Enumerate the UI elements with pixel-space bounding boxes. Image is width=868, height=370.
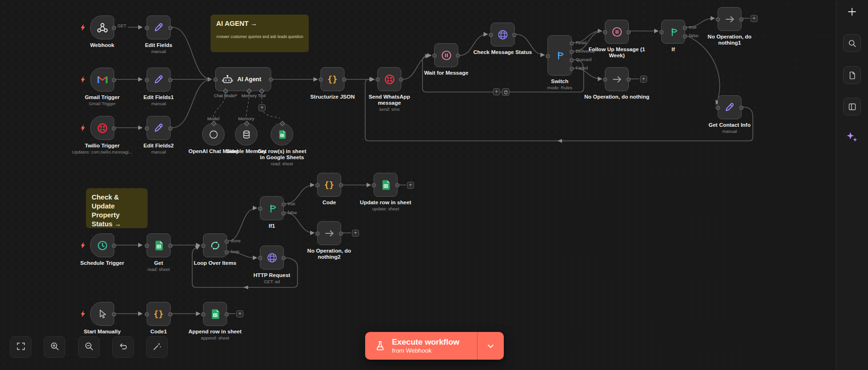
update-row-in-sheet-node[interactable] [374,173,398,197]
add-node-button[interactable]: + [493,88,500,95]
sticky-note[interactable]: AI AGENT →Answer customer queries and as… [211,15,309,52]
get-rows-in-sheet-node[interactable] [271,123,293,146]
no-operation-do-nothing-node[interactable] [605,67,629,91]
http-request-node[interactable] [260,246,284,270]
input-port[interactable] [213,77,218,82]
edit-fields1-node[interactable] [147,68,171,92]
output-port[interactable] [112,26,116,30]
output-port[interactable] [683,26,687,30]
no-operation-do-nothing2-node[interactable] [317,221,341,245]
add-node-button[interactable]: + [407,182,414,189]
execute-options-button[interactable] [477,332,504,360]
output-port[interactable] [225,239,229,244]
input-port[interactable] [201,244,205,248]
output-port[interactable] [570,41,574,46]
tidy-up-button[interactable] [146,336,168,358]
input-port[interactable] [489,33,493,37]
add-node-button[interactable]: + [236,310,243,317]
send-whatsapp-message-node[interactable] [377,67,401,91]
add-node-button[interactable]: + [751,15,758,22]
switch-node[interactable] [547,35,572,76]
input-port[interactable] [315,231,320,236]
edit-fields-node[interactable] [147,15,171,39]
input-port-diamond[interactable] [280,121,285,126]
input-port[interactable] [716,106,720,110]
output-port[interactable] [683,34,687,39]
output-port[interactable] [570,58,574,62]
output-port[interactable] [626,30,631,34]
loop-over-items-node[interactable] [203,233,227,257]
sticky-note[interactable]: Check & Update Property Status → [86,188,148,228]
delete-connection-button[interactable] [502,88,509,96]
no-operation-do-nothing1-node[interactable] [718,7,742,31]
zoom-in-button[interactable] [44,336,65,358]
code1-node[interactable]: {} [147,302,171,326]
input-port[interactable] [315,183,320,187]
output-port[interactable] [225,250,229,254]
input-port[interactable] [432,54,437,58]
output-port[interactable] [570,50,574,54]
input-port[interactable] [145,244,149,248]
output-port[interactable] [399,77,403,82]
output-port[interactable] [282,211,286,216]
input-port-diamond[interactable] [244,121,249,126]
input-port[interactable] [201,312,205,316]
input-port[interactable] [716,17,720,22]
output-port[interactable] [112,126,116,131]
output-port[interactable] [168,126,172,131]
workflow-canvas[interactable]: Execute workflow from Webhook AI AGENT →… [0,0,868,370]
zoom-out-button[interactable] [78,336,100,358]
input-port[interactable] [319,77,323,82]
add-node-button[interactable]: + [352,230,359,237]
input-port[interactable] [603,30,607,34]
input-port[interactable] [258,256,262,260]
output-port[interactable] [739,106,743,110]
input-port[interactable] [375,77,380,82]
output-port[interactable] [512,33,516,37]
ai-agent-node[interactable]: AI Agent [215,67,271,91]
add-node-button[interactable]: + [640,76,647,83]
start-manually-node[interactable] [90,302,114,326]
search-button[interactable] [843,34,861,52]
output-port[interactable] [269,77,273,82]
twilio-trigger-node[interactable] [90,116,114,140]
execute-workflow-main[interactable]: Execute workflow from Webhook [365,332,477,360]
input-port[interactable] [145,312,149,316]
input-port[interactable] [145,26,149,30]
output-port[interactable] [282,256,286,260]
output-port[interactable] [570,67,574,71]
add-node-panel-button[interactable] [844,4,860,20]
input-port[interactable] [546,54,550,58]
openai-chat-model-node[interactable] [202,123,225,146]
follow-up-message-node[interactable] [605,20,629,44]
input-port[interactable] [145,78,149,82]
output-port[interactable] [739,17,743,22]
simple-memory-node[interactable] [235,123,258,146]
output-port[interactable] [395,183,399,187]
input-port[interactable] [258,207,262,211]
code-node[interactable]: {} [317,173,341,197]
output-port[interactable] [339,231,343,236]
input-port[interactable] [145,126,149,131]
output-port[interactable] [456,54,460,58]
input-port[interactable] [603,77,607,82]
input-port[interactable] [659,30,664,34]
output-port[interactable] [626,77,631,82]
structurize-json-node[interactable]: {} [321,67,344,91]
append-row-in-sheet-node[interactable] [203,302,227,326]
output-port[interactable] [339,183,343,187]
execute-workflow-button[interactable]: Execute workflow from Webhook [365,332,504,360]
edit-fields2-node[interactable] [147,116,171,140]
output-port[interactable] [342,77,346,82]
output-port[interactable] [168,26,172,30]
undo-button[interactable] [112,336,134,358]
templates-button[interactable] [843,66,861,84]
input-port[interactable] [372,183,376,187]
if-node[interactable] [661,20,685,44]
output-port[interactable] [112,78,116,82]
webhook-node[interactable] [90,15,114,39]
if1-node[interactable] [260,196,284,220]
input-port-diamond[interactable] [211,121,216,126]
get-node[interactable] [147,233,171,257]
check-message-status-node[interactable] [491,23,515,46]
